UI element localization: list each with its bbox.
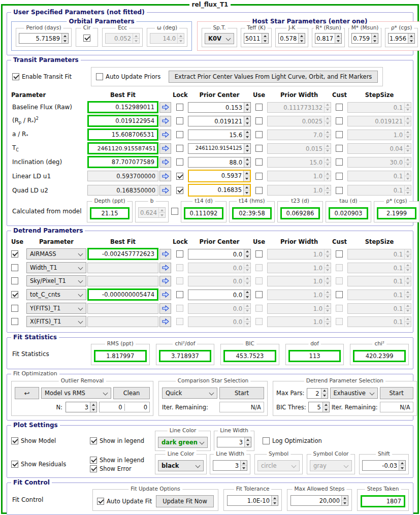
spinner-buttons[interactable] xyxy=(404,144,411,153)
detrend-param-dropdown[interactable]: X(FITS)_T1 xyxy=(26,316,86,327)
copy-to-prior-button[interactable] xyxy=(159,157,171,168)
extract-priors-button[interactable]: Extract Prior Center Values From Light C… xyxy=(169,71,378,83)
spinner-buttons[interactable] xyxy=(243,171,250,181)
spinner-buttons[interactable] xyxy=(399,461,405,470)
prior-center-spinner[interactable]: 0.0 xyxy=(188,263,251,273)
use-prior-checkbox[interactable] xyxy=(255,131,263,138)
use-detrend-checkbox[interactable] xyxy=(11,318,18,325)
clean-button[interactable]: Clean xyxy=(113,387,150,399)
lock-checkbox[interactable] xyxy=(176,264,183,271)
lock-checkbox[interactable] xyxy=(176,187,183,194)
prior-center-spinner[interactable]: 0.0 xyxy=(188,276,251,286)
use-detrend-checkbox[interactable] xyxy=(11,250,18,258)
spinner-buttons[interactable] xyxy=(244,437,251,447)
spinner-buttons[interactable] xyxy=(404,317,411,327)
model-line-color-dropdown[interactable]: dark green xyxy=(158,437,208,448)
copy-to-prior-button[interactable] xyxy=(159,185,171,196)
prior-width-spinner[interactable]: 0.111773132 xyxy=(267,102,331,113)
use-prior-checkbox[interactable] xyxy=(255,305,263,312)
spinner-buttons[interactable] xyxy=(244,304,250,313)
spinner-buttons[interactable] xyxy=(90,402,96,412)
mstar-spinner[interactable]: 0.759 xyxy=(351,33,378,44)
detrend-param-dropdown[interactable]: AIRMASS xyxy=(26,248,86,260)
spinner-buttons[interactable] xyxy=(324,157,331,167)
step-size-spinner[interactable]: 0.1 xyxy=(347,249,411,260)
spinner-buttons[interactable] xyxy=(271,496,278,505)
spinner-buttons[interactable] xyxy=(240,461,247,470)
spinner-buttons[interactable] xyxy=(324,103,331,112)
rho-spinner[interactable]: 1.956 xyxy=(388,33,415,44)
model-show-in-legend-checkbox[interactable] xyxy=(90,437,97,444)
spinner-buttons[interactable] xyxy=(244,249,250,259)
symbol-dropdown[interactable]: circle xyxy=(257,460,300,471)
use-prior-checkbox[interactable] xyxy=(255,145,263,152)
comp-star-mode-dropdown[interactable]: Quick xyxy=(162,388,217,399)
cust-checkbox[interactable] xyxy=(336,318,343,325)
prior-width-spinner[interactable]: 1.0 xyxy=(267,276,331,286)
detrend-selection-start-button[interactable]: Start xyxy=(380,387,413,399)
spinner-buttons[interactable] xyxy=(324,116,331,126)
use-detrend-checkbox[interactable] xyxy=(11,264,18,271)
lock-checkbox[interactable] xyxy=(176,250,183,258)
auto-update-fit-checkbox[interactable] xyxy=(97,498,104,505)
use-prior-checkbox[interactable] xyxy=(255,277,263,284)
spectral-type-dropdown[interactable]: K0V xyxy=(205,33,234,44)
step-size-spinner[interactable]: 0.1 xyxy=(347,303,411,314)
prior-center-spinner[interactable]: 0.153 xyxy=(188,102,251,113)
spinner-buttons[interactable] xyxy=(324,304,331,313)
spinner-buttons[interactable] xyxy=(177,34,184,43)
spinner-buttons[interactable] xyxy=(371,34,378,43)
spinner-buttons[interactable] xyxy=(404,276,411,286)
copy-to-prior-button[interactable] xyxy=(159,171,171,181)
residual-line-color-dropdown[interactable]: black xyxy=(158,460,204,471)
spinner-buttons[interactable] xyxy=(335,34,341,43)
spinner-buttons[interactable] xyxy=(262,34,268,43)
spinner-buttons[interactable] xyxy=(404,249,411,259)
prior-width-spinner[interactable]: 1.0 xyxy=(267,316,331,327)
lock-checkbox[interactable] xyxy=(176,318,183,325)
spinner-buttons[interactable] xyxy=(404,157,411,167)
spinner-buttons[interactable] xyxy=(324,276,331,286)
prior-width-spinner[interactable]: 1.0 xyxy=(267,303,331,314)
cust-checkbox[interactable] xyxy=(336,173,343,180)
detrend-param-dropdown[interactable]: Y(FITS)_T1 xyxy=(26,303,86,314)
ecc-spinner[interactable]: 0.052 xyxy=(105,33,140,44)
impact-b-checkbox[interactable] xyxy=(171,208,178,215)
use-detrend-checkbox[interactable] xyxy=(11,305,18,312)
lock-checkbox[interactable] xyxy=(176,104,183,111)
step-size-spinner[interactable]: 0.1 xyxy=(347,276,411,286)
update-fit-now-button[interactable]: Update Fit Now xyxy=(156,495,214,507)
spinner-buttons[interactable] xyxy=(324,171,331,181)
cust-checkbox[interactable] xyxy=(336,277,343,284)
max-pars-spinner[interactable]: 2 xyxy=(307,388,328,399)
undo-outlier-button[interactable] xyxy=(15,387,39,399)
spinner-buttons[interactable] xyxy=(404,130,411,140)
spinner-buttons[interactable] xyxy=(244,263,250,273)
prior-width-spinner[interactable]: 1.0 xyxy=(267,249,331,260)
omega-spinner[interactable]: 14.0 xyxy=(150,33,184,44)
spinner-buttons[interactable] xyxy=(404,304,411,313)
detrend-selection-mode-dropdown[interactable]: Exhaustive xyxy=(330,388,378,399)
spinner-buttons[interactable] xyxy=(324,263,331,273)
use-detrend-checkbox[interactable] xyxy=(11,291,18,298)
spinner-buttons[interactable] xyxy=(408,34,414,43)
cust-checkbox[interactable] xyxy=(336,187,343,194)
prior-center-spinner[interactable]: 0.0 xyxy=(188,316,251,327)
use-prior-checkbox[interactable] xyxy=(255,250,263,258)
spinner-buttons[interactable] xyxy=(158,208,165,217)
lock-checkbox[interactable] xyxy=(176,291,183,298)
residual-line-width-spinner[interactable]: 3 xyxy=(213,460,247,471)
step-size-spinner[interactable]: 0.019121 xyxy=(347,116,411,126)
step-size-spinner[interactable]: 0.1 xyxy=(347,263,411,273)
copy-to-prior-button[interactable] xyxy=(159,316,171,327)
copy-to-prior-button[interactable] xyxy=(159,116,171,126)
auto-update-priors-checkbox[interactable] xyxy=(96,73,103,80)
prior-width-spinner[interactable]: 0.0025 xyxy=(267,116,331,126)
prior-center-spinner[interactable]: 88.0 xyxy=(188,157,251,168)
cust-checkbox[interactable] xyxy=(336,291,343,298)
spinner-buttons[interactable] xyxy=(404,290,411,300)
spinner-buttons[interactable] xyxy=(404,263,411,273)
use-prior-checkbox[interactable] xyxy=(255,187,263,194)
spinner-buttons[interactable] xyxy=(404,185,411,195)
show-residuals-checkbox[interactable] xyxy=(11,461,18,468)
